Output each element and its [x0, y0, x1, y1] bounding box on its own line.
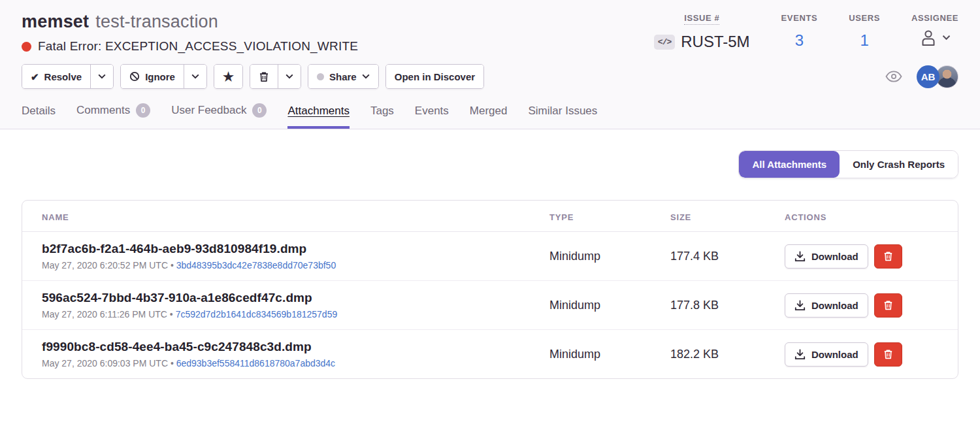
assignee-label: ASSIGNEE [911, 13, 958, 23]
attachment-meta: May 27, 2020 6:09:03 PM UTC • 6ed93b3ef5… [42, 358, 549, 369]
resolve-dropdown-button[interactable] [90, 65, 113, 88]
download-button-label: Download [811, 251, 858, 262]
tab-events[interactable]: Events [415, 105, 449, 129]
column-header-type: TYPE [549, 212, 670, 222]
attachment-actions: Download [785, 293, 958, 318]
attachments-filter-control: All Attachments Only Crash Reports [738, 150, 958, 178]
assignee-person-icon [920, 29, 937, 46]
delete-attachment-button[interactable] [874, 342, 902, 367]
error-message: Fatal Error: EXCEPTION_ACCESS_VIOLATION_… [38, 39, 358, 54]
tab-attachments[interactable]: Attachments [287, 105, 350, 129]
attachment-name-cell: f9990bc8-cd58-4ee4-ba45-c9c247848c3d.dmp… [42, 340, 549, 369]
download-button[interactable]: Download [785, 244, 868, 269]
attachment-event-link[interactable]: 3bd48395b3dc42e7838e8dd70e73bf50 [176, 260, 336, 270]
issue-tabs: Details Comments 0 User Feedback 0 Attac… [22, 103, 958, 129]
attachment-timestamp: May 27, 2020 6:09:03 PM UTC [42, 358, 168, 369]
tab-comments[interactable]: Comments 0 [76, 103, 150, 129]
chevron-down-icon [191, 74, 199, 79]
attachment-size: 177.8 KB [670, 299, 785, 312]
events-label: EVENTS [781, 13, 818, 23]
stat-users: USERS 1 [849, 12, 880, 50]
open-in-discover-button[interactable]: Open in Discover [386, 65, 483, 88]
assignee-chevron-icon [942, 35, 951, 41]
ban-icon [129, 71, 140, 82]
issue-page: memsettest-transaction Fatal Error: EXCE… [0, 0, 980, 426]
column-header-size: SIZE [670, 212, 785, 222]
attachments-table-header: NAME TYPE SIZE ACTIONS [22, 201, 958, 232]
issue-number-value: RUST-5M [681, 33, 749, 51]
attachments-filter-row: All Attachments Only Crash Reports [22, 150, 958, 178]
events-count[interactable]: 3 [781, 31, 818, 50]
attachment-file-name: b2f7ac6b-f2a1-464b-aeb9-93d810984f19.dmp [42, 242, 549, 256]
ignore-dropdown-button[interactable] [184, 65, 206, 88]
issue-stats: ISSUE # </> RUST-5M EVENTS 3 USERS 1 ASS… [623, 10, 958, 51]
attachment-timestamp: May 27, 2020 6:20:52 PM UTC [42, 260, 168, 270]
attachment-size: 177.4 KB [670, 250, 785, 263]
share-button-group: Share [308, 64, 379, 89]
users-count[interactable]: 1 [849, 31, 880, 50]
download-icon [794, 300, 806, 311]
assignee-dropdown[interactable] [911, 29, 958, 46]
chevron-down-icon [286, 74, 293, 79]
download-button[interactable]: Download [785, 342, 868, 367]
issue-title-primary: memset [22, 12, 89, 31]
tab-similar-issues[interactable]: Similar Issues [528, 105, 597, 129]
tab-merged[interactable]: Merged [470, 105, 508, 129]
attachment-type: Minidump [549, 250, 670, 263]
chevron-down-icon [98, 74, 106, 79]
download-icon [794, 251, 806, 262]
avatar-initials[interactable]: AB [917, 65, 939, 88]
participants-area: AB [885, 65, 958, 88]
attachment-type: Minidump [549, 299, 670, 312]
delete-dropdown-button[interactable] [278, 65, 301, 88]
users-label: USERS [849, 13, 880, 23]
ignore-button-group: Ignore [120, 64, 207, 89]
resolve-button-label: Resolve [44, 71, 82, 82]
stat-issue-number: ISSUE # </> RUST-5M [654, 12, 750, 51]
tab-user-feedback[interactable]: User Feedback 0 [171, 103, 267, 129]
download-button[interactable]: Download [785, 293, 868, 318]
meta-separator: • [171, 358, 174, 369]
delete-attachment-button[interactable] [874, 293, 902, 318]
filter-all-attachments-button[interactable]: All Attachments [739, 151, 840, 178]
attachment-event-link[interactable]: 6ed93b3ef558411d8618780a7abd3d4c [176, 358, 335, 369]
attachment-file-name: f9990bc8-cd58-4ee4-ba45-c9c247848c3d.dmp [42, 340, 549, 354]
attachment-actions: Download [785, 342, 958, 367]
delete-attachment-button[interactable] [874, 244, 902, 269]
attachment-file-name: 596ac524-7bbd-4b37-910a-a1e86cedf47c.dmp [42, 291, 549, 305]
tab-tags[interactable]: Tags [370, 105, 394, 129]
column-header-actions: ACTIONS [785, 212, 958, 222]
issue-title-block: memsettest-transaction Fatal Error: EXCE… [22, 10, 358, 54]
delete-button-group [250, 64, 301, 89]
column-header-name: NAME [42, 212, 549, 222]
code-icon: </> [654, 35, 675, 50]
tab-details[interactable]: Details [22, 105, 56, 129]
trash-icon [883, 251, 893, 261]
issue-number-value-row[interactable]: </> RUST-5M [654, 33, 750, 51]
attachment-timestamp: May 27, 2020 6:11:26 PM UTC [42, 309, 167, 320]
attachment-actions: Download [785, 244, 958, 269]
share-button[interactable]: Share [308, 65, 378, 88]
attachment-event-link[interactable]: 7c592d7d2b1641dc834569b181257d59 [176, 309, 338, 320]
issue-error-line: Fatal Error: EXCEPTION_ACCESS_VIOLATION_… [22, 39, 358, 54]
resolve-button[interactable]: ✔ Resolve [22, 65, 90, 88]
issue-header: memsettest-transaction Fatal Error: EXCE… [0, 0, 980, 129]
stat-assignee: ASSIGNEE [911, 12, 958, 46]
stat-events: EVENTS 3 [781, 12, 818, 50]
attachment-name-cell: b2f7ac6b-f2a1-464b-aeb9-93d810984f19.dmp… [42, 242, 549, 270]
attachment-size: 182.2 KB [670, 348, 785, 361]
error-level-dot [22, 42, 31, 52]
issue-title-secondary: test-transaction [95, 12, 218, 31]
issue-number-label: ISSUE # [684, 13, 719, 25]
ignore-button-label: Ignore [145, 71, 175, 82]
bookmark-star-button[interactable]: ★ [214, 65, 242, 88]
star-icon: ★ [223, 71, 234, 83]
filter-only-crash-reports-button[interactable]: Only Crash Reports [840, 151, 958, 178]
subscribe-eye-icon[interactable] [885, 71, 902, 82]
delete-issue-button[interactable] [250, 65, 278, 88]
ignore-button[interactable]: Ignore [121, 65, 184, 88]
issue-title: memsettest-transaction [22, 10, 358, 33]
trash-icon [259, 71, 269, 82]
comments-count-badge: 0 [136, 103, 150, 118]
trash-icon [883, 349, 893, 359]
